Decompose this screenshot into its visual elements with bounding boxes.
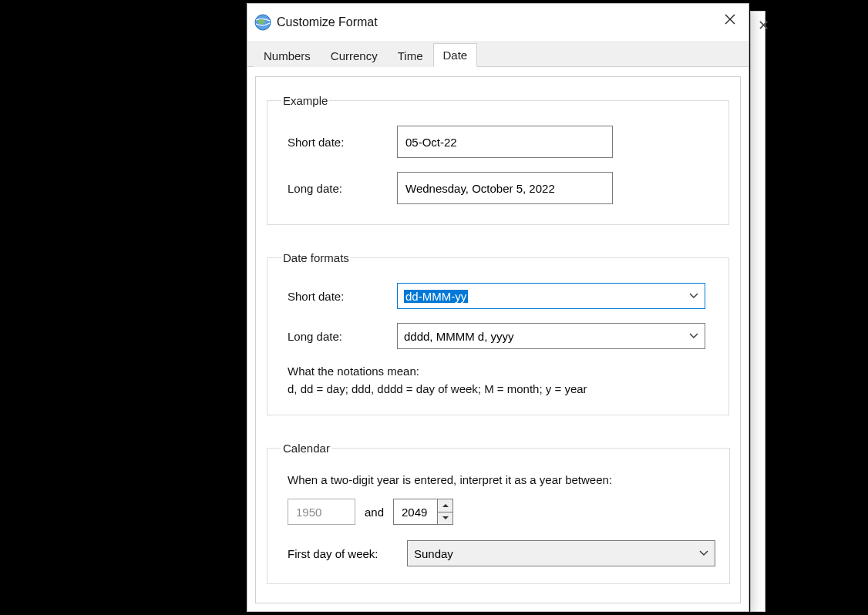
date-formats-legend: Date formats [281, 251, 351, 264]
first-day-of-week-value: Sunday [408, 547, 693, 560]
notation-explainer: What the notations mean: d, dd = day; dd… [288, 363, 715, 398]
chevron-down-icon [683, 284, 705, 308]
globe-icon [254, 13, 272, 32]
example-short-value: 05-Oct-22 [397, 126, 613, 158]
long-date-format-value: dddd, MMMM d, yyyy [398, 330, 683, 343]
first-day-of-week-combobox[interactable]: Sunday [407, 540, 715, 566]
background-close-icon: ✕ [758, 17, 769, 34]
chevron-down-icon [693, 541, 715, 566]
long-date-format-combobox[interactable]: dddd, MMMM d, yyyy [397, 323, 705, 349]
year-high-spinner[interactable] [393, 499, 453, 525]
date-formats-group: Date formats Short date: dd-MMM-yy Long … [267, 251, 729, 415]
background-window [750, 11, 765, 612]
chevron-down-icon [683, 324, 705, 348]
tab-content: Example Short date: 05-Oct-22 Long date:… [247, 67, 749, 611]
year-low-readonly: 1950 [288, 499, 355, 525]
tab-numbers[interactable]: Numbers [254, 44, 321, 67]
date-pane: Example Short date: 05-Oct-22 Long date:… [255, 76, 741, 603]
example-long-value: Wednesday, October 5, 2022 [397, 172, 613, 204]
window-title: Customize Format [277, 15, 378, 29]
calendar-legend: Calendar [281, 442, 331, 455]
customize-format-dialog: Customize Format Numbers Currency Time D… [247, 3, 749, 612]
titlebar: Customize Format [247, 4, 749, 41]
tab-time[interactable]: Time [388, 44, 433, 67]
tab-date[interactable]: Date [433, 43, 478, 67]
spinner-down-button[interactable] [438, 512, 453, 525]
close-icon [725, 14, 735, 25]
short-date-format-value: dd-MMM-yy [404, 290, 468, 303]
spinner-up-button[interactable] [438, 499, 453, 512]
and-label: and [365, 506, 384, 519]
tabstrip: Numbers Currency Time Date [247, 41, 749, 67]
two-digit-year-text: When a two-digit year is entered, interp… [288, 473, 715, 486]
year-high-input[interactable] [394, 499, 437, 524]
example-long-label: Long date: [281, 182, 397, 195]
first-day-of-week-label: First day of week: [288, 547, 407, 560]
example-legend: Example [281, 94, 329, 107]
tab-currency[interactable]: Currency [321, 44, 388, 67]
example-short-label: Short date: [281, 136, 397, 149]
short-date-format-combobox[interactable]: dd-MMM-yy [397, 283, 705, 309]
chevron-up-icon [442, 503, 449, 508]
example-group: Example Short date: 05-Oct-22 Long date:… [267, 94, 729, 225]
calendar-group: Calendar When a two-digit year is entere… [267, 442, 730, 584]
notation-legend: d, dd = day; ddd, dddd = day of week; M … [288, 381, 715, 398]
short-date-format-label: Short date: [281, 290, 397, 303]
chevron-down-icon [442, 516, 449, 520]
notation-title: What the notations mean: [288, 363, 715, 381]
svg-point-1 [258, 19, 264, 24]
long-date-format-label: Long date: [281, 330, 397, 343]
close-button[interactable] [712, 4, 749, 35]
